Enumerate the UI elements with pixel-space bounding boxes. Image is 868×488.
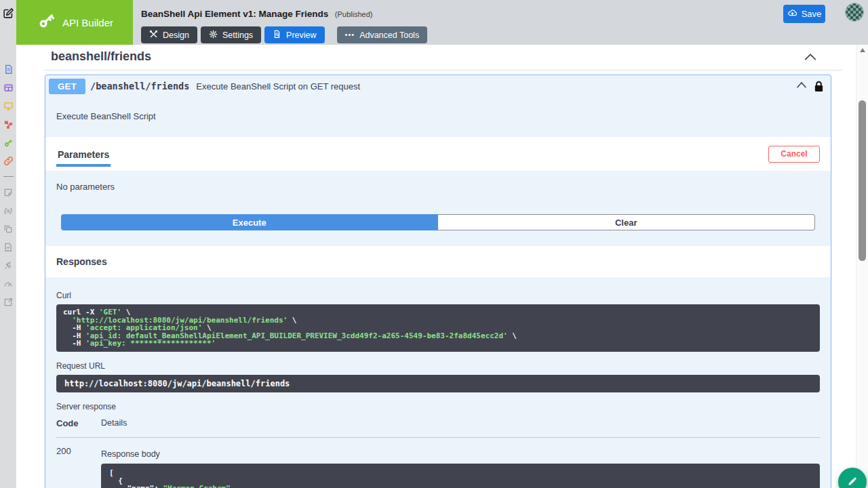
- report-icon[interactable]: [3, 241, 14, 253]
- scroll-up-arrow[interactable]: [860, 48, 865, 52]
- note-icon[interactable]: [3, 186, 14, 198]
- save-button[interactable]: Save: [783, 5, 825, 23]
- response-status-code: 200: [56, 446, 101, 488]
- page-title: BeanShell Api Element v1: Manage Friends: [141, 9, 328, 19]
- tab-preview[interactable]: Preview: [264, 26, 324, 43]
- pencil-icon: [846, 475, 859, 488]
- cancel-button[interactable]: Cancel: [768, 146, 820, 163]
- clear-button[interactable]: Clear: [438, 214, 816, 230]
- tab-parameters[interactable]: Parameters: [56, 148, 111, 167]
- execute-row: Execute Clear: [45, 214, 831, 230]
- lock-icon[interactable]: [814, 81, 824, 92]
- collapse-operation-icon[interactable]: [795, 80, 808, 92]
- code-column-header: Code: [56, 418, 101, 428]
- operation-summary[interactable]: GET /beanshell/friends Execute BeanShell…: [45, 75, 831, 97]
- edit-icon[interactable]: [3, 7, 14, 22]
- operation-summary-text: Execute BeanShell Script on GET request: [196, 81, 360, 92]
- ellipsis-icon: •••: [345, 30, 355, 39]
- preview-panel: beanshell/friends GET /beanshell/friends…: [16, 45, 856, 488]
- get-operation-block: GET /beanshell/friends Execute BeanShell…: [45, 75, 831, 488]
- app-name: API Builder: [62, 17, 113, 28]
- operation-description: Execute BeanShell Script: [45, 97, 831, 137]
- tab-settings[interactable]: Settings: [201, 26, 261, 43]
- request-url-label: Request URL: [56, 361, 820, 371]
- details-column-header: Details: [101, 418, 127, 428]
- api-builder-logo[interactable]: API Builder: [16, 0, 133, 45]
- document-icon[interactable]: [3, 64, 14, 75]
- builder-icon-list: {x}: [3, 64, 14, 308]
- cloud-upload-icon: [787, 8, 797, 20]
- builder-rail: {x}: [0, 0, 16, 488]
- rail-divider: [3, 176, 14, 177]
- link-icon[interactable]: [3, 155, 14, 167]
- export-icon[interactable]: [3, 296, 14, 308]
- parameters-header: Parameters Cancel: [45, 137, 831, 171]
- curl-command: curl -X 'GET' \ 'http://localhost:8080/j…: [56, 304, 820, 352]
- response-body-label: Response body: [101, 449, 820, 459]
- gear-icon: [209, 30, 218, 41]
- scrollbar-thumb[interactable]: [859, 100, 866, 261]
- no-parameters-text: No parameters: [45, 171, 831, 192]
- tab-advanced-tools[interactable]: ••• Advanced Tools: [337, 26, 428, 43]
- responses-header: Responses: [45, 246, 831, 277]
- sitemap-icon[interactable]: [3, 119, 14, 130]
- request-url-value: http://localhost:8080/jw/api/beanshell/f…: [56, 375, 820, 392]
- server-response-table: Code Details 200 Response body [ { "name…: [56, 418, 820, 488]
- copy-icon[interactable]: [3, 223, 14, 235]
- gauge-icon[interactable]: [3, 278, 14, 289]
- tab-design[interactable]: Design: [141, 26, 197, 43]
- collapse-section-icon[interactable]: [803, 52, 818, 65]
- design-icon: [149, 30, 158, 41]
- execute-button[interactable]: Execute: [61, 214, 438, 230]
- user-avatar[interactable]: [845, 3, 864, 22]
- document-title: BeanShell Api Element v1: Manage Friends…: [141, 7, 372, 20]
- vertical-scrollbar[interactable]: [856, 45, 868, 488]
- section-divider: [43, 70, 842, 70]
- app-header: API Builder BeanShell Api Element v1: Ma…: [16, 0, 868, 45]
- key-icon[interactable]: [3, 137, 14, 148]
- builder-tabs: Design Settings Preview ••• Advanced Too…: [141, 26, 427, 43]
- plug-icon[interactable]: [3, 260, 14, 271]
- key-logo-icon: [36, 11, 56, 34]
- server-response-label: Server response: [56, 402, 820, 411]
- curl-label: Curl: [56, 291, 820, 300]
- response-row: 200 Response body [ { "name": "Harmon Gr…: [56, 438, 820, 488]
- monitor-icon[interactable]: [3, 100, 14, 112]
- publish-status: (Published): [335, 10, 373, 18]
- responses-title: Responses: [56, 256, 107, 267]
- grid-icon[interactable]: [3, 82, 14, 94]
- method-badge: GET: [49, 79, 85, 94]
- preview-icon: [273, 30, 281, 41]
- responses-body: Curl curl -X 'GET' \ 'http://localhost:8…: [45, 277, 831, 488]
- api-tag-title: beanshell/friends: [51, 49, 151, 64]
- response-body-json: [ { "name": "Harmon Graham", "id": 0 }, …: [101, 464, 820, 488]
- operation-path: /beanshell/friends: [90, 81, 189, 92]
- braces-icon[interactable]: {x}: [3, 205, 14, 216]
